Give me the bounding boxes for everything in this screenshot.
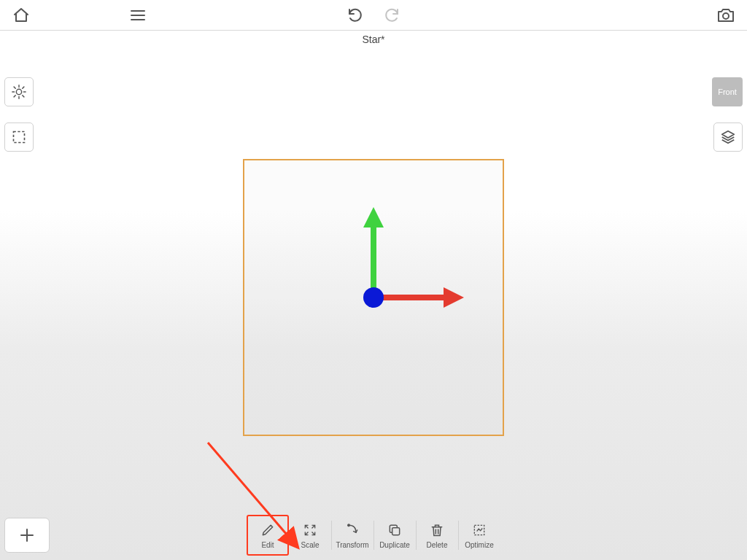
sun-icon <box>11 84 27 100</box>
gizmo-origin[interactable] <box>363 287 384 308</box>
gizmo-arrow-x-icon[interactable] <box>444 287 464 308</box>
svg-point-22 <box>348 524 350 526</box>
context-scale-label: Scale <box>301 541 319 549</box>
context-delete-button[interactable]: Delete <box>416 515 458 556</box>
gizmo-axis-y[interactable] <box>371 225 376 298</box>
svg-rect-23 <box>392 528 400 535</box>
pencil-icon <box>260 523 275 537</box>
layers-button[interactable] <box>713 122 743 152</box>
context-optimize-button[interactable]: Optimize <box>458 515 500 556</box>
gizmo-axis-x[interactable] <box>374 295 446 300</box>
context-edit-button[interactable]: Edit <box>247 515 289 556</box>
svg-line-12 <box>23 87 24 88</box>
selection-icon <box>12 130 26 144</box>
context-edit-label: Edit <box>261 541 274 549</box>
gizmo-arrow-y-icon[interactable] <box>363 207 384 228</box>
view-orientation-button[interactable]: Front <box>712 77 743 106</box>
top-toolbar <box>0 0 747 31</box>
document-title: Star* <box>0 31 747 47</box>
plus-icon <box>18 526 36 544</box>
hamburger-icon <box>129 7 147 24</box>
camera-button[interactable] <box>715 4 737 26</box>
svg-line-10 <box>23 96 24 97</box>
optimize-icon <box>472 523 487 537</box>
svg-line-9 <box>14 87 15 88</box>
home-button[interactable] <box>10 4 32 26</box>
context-transform-label: Transform <box>336 541 368 549</box>
lighting-button[interactable] <box>4 77 34 106</box>
svg-point-4 <box>16 89 21 94</box>
trash-icon <box>430 523 444 537</box>
add-button[interactable] <box>4 518 50 553</box>
undo-button[interactable] <box>344 4 366 26</box>
layers-icon <box>720 129 736 145</box>
undo-icon <box>347 7 364 24</box>
context-delete-label: Delete <box>427 541 448 549</box>
svg-rect-13 <box>14 132 25 143</box>
menu-button[interactable] <box>127 4 149 26</box>
context-duplicate-button[interactable]: Duplicate <box>374 515 416 556</box>
context-scale-button[interactable]: Scale <box>289 515 331 556</box>
selection-frame-button[interactable] <box>4 122 34 152</box>
context-optimize-label: Optimize <box>465 541 493 549</box>
viewport[interactable]: Star* Front Edit <box>0 31 747 560</box>
home-icon <box>12 7 30 24</box>
svg-point-3 <box>723 13 729 19</box>
redo-icon <box>383 7 400 24</box>
context-duplicate-label: Duplicate <box>379 541 410 549</box>
transform-icon <box>345 523 360 537</box>
redo-button[interactable] <box>381 4 403 26</box>
view-orientation-label: Front <box>718 88 737 96</box>
svg-marker-14 <box>722 131 735 138</box>
scale-icon <box>303 523 317 537</box>
duplicate-icon <box>387 523 402 537</box>
context-toolbar: Edit Scale Transform Duplicate Delete Op… <box>247 515 500 556</box>
svg-line-11 <box>14 96 15 97</box>
context-transform-button[interactable]: Transform <box>331 515 374 556</box>
camera-icon <box>716 7 735 24</box>
